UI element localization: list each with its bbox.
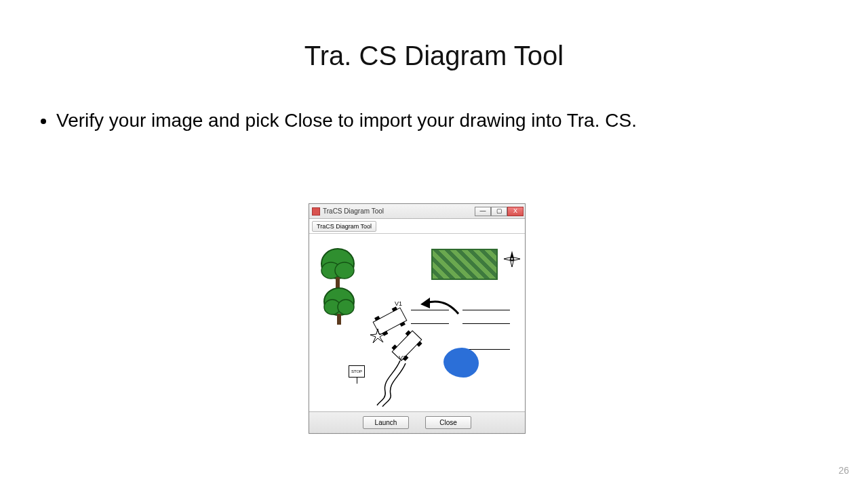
toolbar-button[interactable]: TraCS Diagram Tool	[312, 221, 376, 232]
launch-button[interactable]: Launch	[363, 416, 409, 429]
sign-icon: STOP	[349, 365, 365, 378]
close-button[interactable]: X	[507, 207, 524, 216]
app-window: TraCS Diagram Tool — ▢ X TraCS Diagram T…	[309, 203, 526, 434]
tree-icon	[321, 287, 357, 331]
diagram-canvas[interactable]: V1 V2	[309, 234, 525, 411]
compass-icon	[503, 250, 521, 268]
window-titlebar: TraCS Diagram Tool — ▢ X	[309, 204, 525, 219]
path-arrow-icon	[418, 293, 465, 323]
svg-marker-11	[512, 257, 520, 261]
app-icon	[312, 207, 320, 216]
window-title: TraCS Diagram Tool	[323, 207, 472, 215]
road-line	[411, 323, 449, 324]
impact-icon	[370, 329, 385, 346]
skid-path-icon	[370, 359, 418, 409]
svg-marker-9	[510, 259, 514, 267]
window-bottom-bar: Launch Close	[309, 411, 525, 433]
road-line	[462, 310, 510, 310]
svg-point-6	[338, 300, 354, 314]
svg-point-2	[335, 262, 354, 279]
maximize-button[interactable]: ▢	[491, 207, 507, 216]
svg-rect-7	[337, 314, 341, 325]
page-title: Tra. CS Diagram Tool	[0, 41, 868, 71]
bullet-item: Verify your image and pick Close to impo…	[56, 108, 787, 132]
window-controls: — ▢ X	[475, 207, 524, 216]
window-toolbar: TraCS Diagram Tool	[309, 219, 525, 234]
vehicle-icon	[392, 330, 422, 361]
sign-label: STOP	[351, 369, 362, 373]
bullet-list: Verify your image and pick Close to impo…	[37, 108, 787, 132]
road-line	[462, 323, 510, 324]
svg-marker-8	[510, 251, 514, 259]
water-icon	[443, 348, 479, 378]
minimize-button[interactable]: —	[475, 207, 491, 216]
bushes-icon	[431, 249, 498, 280]
close-bottom-button[interactable]: Close	[425, 416, 471, 429]
sign-post	[357, 377, 357, 384]
page-number: 26	[838, 465, 849, 476]
svg-marker-12	[420, 298, 430, 308]
svg-marker-10	[504, 257, 512, 261]
slide: Tra. CS Diagram Tool Verify your image a…	[0, 0, 868, 488]
